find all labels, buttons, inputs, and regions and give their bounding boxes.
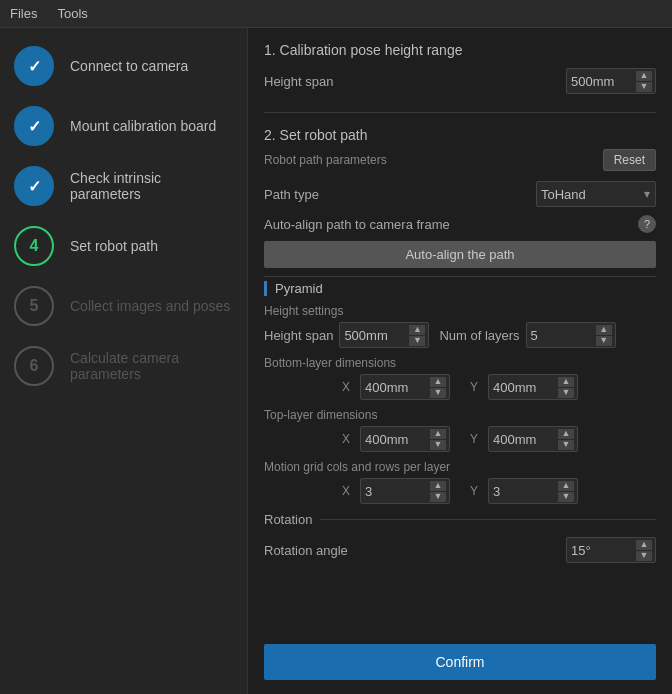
menu-files[interactable]: Files: [10, 6, 37, 21]
height-span-row: Height span ▲ ▼: [264, 64, 656, 98]
height-span2-down[interactable]: ▼: [409, 336, 425, 346]
bottom-y-arrows: ▲ ▼: [558, 377, 574, 398]
top-y-up[interactable]: ▲: [558, 429, 574, 439]
bottom-y-spinner[interactable]: ▲ ▼: [488, 374, 578, 400]
top-y-down[interactable]: ▼: [558, 440, 574, 450]
height-span-up[interactable]: ▲: [636, 71, 652, 81]
bottom-y-input[interactable]: [493, 380, 558, 395]
top-y-input[interactable]: [493, 432, 558, 447]
top-y-pair: Y ▲ ▼: [470, 426, 578, 452]
sidebar-item-check-intrinsic[interactable]: ✓ Check intrinsic parameters: [0, 156, 247, 216]
path-type-row: Path type ToHand ToEye Custom: [264, 177, 656, 211]
rotation-angle-label: Rotation angle: [264, 543, 348, 558]
step-label-4: Set robot path: [70, 238, 158, 254]
num-layers-down[interactable]: ▼: [596, 336, 612, 346]
section1-title: 1. Calibration pose height range: [264, 42, 656, 58]
step-circle-4: 4: [14, 226, 54, 266]
top-x-arrows: ▲ ▼: [430, 429, 446, 450]
step-label-2: Mount calibration board: [70, 118, 216, 134]
rotation-angle-spinner[interactable]: ▲ ▼: [566, 537, 656, 563]
separator-2: [264, 276, 656, 277]
grid-y-input[interactable]: [493, 484, 558, 499]
grid-y-up[interactable]: ▲: [558, 481, 574, 491]
bottom-y-down[interactable]: ▼: [558, 388, 574, 398]
rotation-angle-up[interactable]: ▲: [636, 540, 652, 550]
path-type-select[interactable]: ToHand ToEye Custom: [536, 181, 656, 207]
help-icon[interactable]: ?: [638, 215, 656, 233]
top-layer-label: Top-layer dimensions: [264, 408, 656, 422]
sidebar-item-set-robot-path[interactable]: 4 Set robot path: [0, 216, 247, 276]
top-x-spinner[interactable]: ▲ ▼: [360, 426, 450, 452]
sidebar-item-mount-board[interactable]: ✓ Mount calibration board: [0, 96, 247, 156]
menu-tools[interactable]: Tools: [57, 6, 87, 21]
height-span2-spinner[interactable]: ▲ ▼: [339, 322, 429, 348]
step-label-5: Collect images and poses: [70, 298, 230, 314]
sidebar-item-calculate-params[interactable]: 6 Calculate camera parameters: [0, 336, 247, 396]
bottom-layer-row: X ▲ ▼ Y ▲ ▼: [264, 374, 656, 400]
section2-title: 2. Set robot path: [264, 127, 656, 143]
menubar: Files Tools: [0, 0, 672, 28]
top-x-axis: X: [342, 432, 354, 446]
top-layer-row: X ▲ ▼ Y ▲ ▼: [264, 426, 656, 452]
rotation-angle-down[interactable]: ▼: [636, 551, 652, 561]
height-settings-label: Height settings: [264, 304, 656, 318]
top-x-down[interactable]: ▼: [430, 440, 446, 450]
robot-path-params-header: Robot path parameters Reset: [264, 149, 656, 171]
height-span-label: Height span: [264, 74, 333, 89]
pyramid-header: Pyramid: [264, 281, 656, 296]
num-layers-input[interactable]: [531, 328, 596, 343]
top-y-axis: Y: [470, 432, 482, 446]
step-label-6: Calculate camera parameters: [70, 350, 233, 382]
top-x-input[interactable]: [365, 432, 430, 447]
height-span2-pair: Height span ▲ ▼: [264, 322, 429, 348]
rotation-angle-row: Rotation angle ▲ ▼: [264, 533, 656, 567]
step-circle-6: 6: [14, 346, 54, 386]
auto-align-button[interactable]: Auto-align the path: [264, 241, 656, 268]
height-span-input[interactable]: [571, 74, 636, 89]
rotation-angle-input[interactable]: [571, 543, 636, 558]
grid-x-up[interactable]: ▲: [430, 481, 446, 491]
bottom-x-spinner[interactable]: ▲ ▼: [360, 374, 450, 400]
grid-y-pair: Y ▲ ▼: [470, 478, 578, 504]
grid-x-arrows: ▲ ▼: [430, 481, 446, 502]
bottom-x-up[interactable]: ▲: [430, 377, 446, 387]
section1: 1. Calibration pose height range Height …: [264, 42, 656, 98]
grid-y-axis: Y: [470, 484, 482, 498]
height-span2-input[interactable]: [344, 328, 409, 343]
robot-path-params-label: Robot path parameters: [264, 153, 387, 167]
height-span-spinner[interactable]: ▲ ▼: [566, 68, 656, 94]
height-span-down[interactable]: ▼: [636, 82, 652, 92]
top-y-spinner[interactable]: ▲ ▼: [488, 426, 578, 452]
height-span2-up[interactable]: ▲: [409, 325, 425, 335]
grid-y-spinner[interactable]: ▲ ▼: [488, 478, 578, 504]
grid-x-spinner[interactable]: ▲ ▼: [360, 478, 450, 504]
bottom-y-up[interactable]: ▲: [558, 377, 574, 387]
top-x-up[interactable]: ▲: [430, 429, 446, 439]
num-layers-up[interactable]: ▲: [596, 325, 612, 335]
rotation-angle-arrows: ▲ ▼: [636, 540, 652, 561]
path-type-wrapper: ToHand ToEye Custom: [536, 181, 656, 207]
confirm-button[interactable]: Confirm: [264, 644, 656, 680]
top-x-pair: X ▲ ▼: [342, 426, 450, 452]
bottom-y-axis: Y: [470, 380, 482, 394]
bottom-x-input[interactable]: [365, 380, 430, 395]
content-panel: 1. Calibration pose height range Height …: [248, 28, 672, 694]
bottom-y-pair: Y ▲ ▼: [470, 374, 578, 400]
num-layers-pair: Num of layers ▲ ▼: [439, 322, 615, 348]
rotation-line: [320, 519, 656, 520]
reset-button[interactable]: Reset: [603, 149, 656, 171]
grid-x-input[interactable]: [365, 484, 430, 499]
grid-x-pair: X ▲ ▼: [342, 478, 450, 504]
grid-y-down[interactable]: ▼: [558, 492, 574, 502]
sidebar-item-connect-camera[interactable]: ✓ Connect to camera: [0, 36, 247, 96]
rotation-header: Rotation: [264, 512, 656, 527]
num-layers-spinner[interactable]: ▲ ▼: [526, 322, 616, 348]
spacer: [264, 577, 656, 634]
height-span-arrows: ▲ ▼: [636, 71, 652, 92]
grid-x-down[interactable]: ▼: [430, 492, 446, 502]
bottom-x-pair: X ▲ ▼: [342, 374, 450, 400]
height-span2-label: Height span: [264, 328, 333, 343]
bottom-x-down[interactable]: ▼: [430, 388, 446, 398]
sidebar-item-collect-images[interactable]: 5 Collect images and poses: [0, 276, 247, 336]
bottom-layer-label: Bottom-layer dimensions: [264, 356, 656, 370]
